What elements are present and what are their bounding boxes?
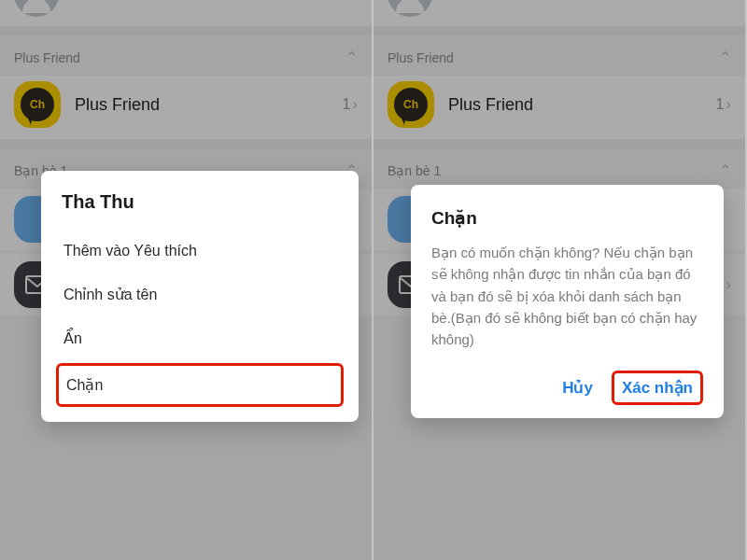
dialog-body: Bạn có muốn chặn không? Nếu chặn bạn sẽ … xyxy=(431,242,703,350)
confirm-dialog: Chặn Bạn có muốn chặn không? Nếu chặn bạ… xyxy=(411,185,724,418)
screen-right: Dung Plus Friend ⌃ Ch Plus Friend 1 › Bạ… xyxy=(374,0,747,560)
menu-item-edit-name[interactable]: Chỉnh sửa tên xyxy=(56,273,344,316)
cancel-button[interactable]: Hủy xyxy=(553,371,602,405)
menu-item-favorite[interactable]: Thêm vào Yêu thích xyxy=(56,230,344,273)
dialog-title: Chặn xyxy=(431,207,703,229)
confirm-button[interactable]: Xác nhận xyxy=(612,371,703,405)
menu-item-block[interactable]: Chặn xyxy=(56,363,344,407)
dialog-actions: Hủy Xác nhận xyxy=(431,371,703,405)
menu-item-hide[interactable]: Ẩn xyxy=(56,316,344,360)
dialog-title: Tha Thu xyxy=(62,191,338,213)
action-dialog: Tha Thu Thêm vào Yêu thích Chỉnh sửa tên… xyxy=(41,171,359,422)
screen-left: Dung Plus Friend ⌃ Ch Plus Friend 1 › Bạ… xyxy=(0,0,374,560)
